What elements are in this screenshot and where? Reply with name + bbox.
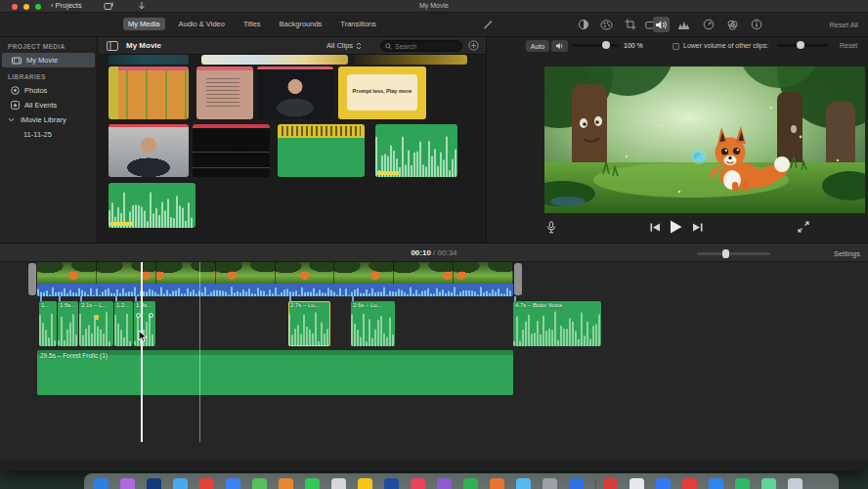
- dock-app-icon[interactable]: [761, 478, 776, 489]
- mute-speaker-button[interactable]: [551, 40, 568, 52]
- audio-clip-6[interactable]: 2.6s – Lu...: [351, 301, 395, 346]
- color-balance-icon[interactable]: [575, 17, 591, 32]
- dock-app-icon[interactable]: [656, 478, 671, 489]
- reset-all-button[interactable]: Reset All: [829, 21, 858, 29]
- dock-app-icon[interactable]: [331, 478, 346, 489]
- filter-circle-icon[interactable]: [468, 40, 479, 51]
- trim-handle-left[interactable]: [28, 263, 36, 295]
- dock-app-icon[interactable]: [173, 478, 188, 489]
- video-clip-filmstrip[interactable]: [37, 262, 513, 284]
- lower-volume-slider[interactable]: [777, 44, 828, 47]
- trim-handle-right[interactable]: [514, 263, 522, 295]
- thumbnail-audio[interactable]: [375, 124, 457, 177]
- thumbnail-audio-yellow-top[interactable]: [278, 124, 365, 177]
- dock-app-icon[interactable]: [437, 478, 452, 489]
- color-correction-icon[interactable]: [598, 17, 615, 32]
- enhance-magic-wand-icon[interactable]: [479, 17, 496, 32]
- thumbnail-partial[interactable]: [108, 55, 189, 65]
- fade-handle-icon[interactable]: [149, 313, 153, 318]
- close-window-button[interactable]: [12, 4, 18, 10]
- audio-clip-3[interactable]: 1.2...: [114, 301, 133, 346]
- dock-app-icon[interactable]: [305, 478, 320, 489]
- thumbnail-terminal-dark[interactable]: [193, 124, 270, 177]
- dock-app-icon[interactable]: [199, 478, 214, 489]
- audio-clip-7[interactable]: 4.7s – Bobo Voice: [513, 301, 601, 346]
- sidebar-item-all-events[interactable]: All Events: [0, 98, 97, 112]
- info-icon[interactable]: [748, 17, 764, 32]
- reset-button[interactable]: Reset: [840, 42, 857, 49]
- dock-app-icon[interactable]: [709, 478, 723, 489]
- chevron-down-icon[interactable]: [6, 117, 16, 122]
- dock-app-icon[interactable]: [603, 478, 618, 489]
- skip-back-icon[interactable]: [650, 223, 661, 232]
- play-button-icon[interactable]: [670, 220, 682, 234]
- minimize-window-button[interactable]: [23, 4, 29, 10]
- tab-backgrounds[interactable]: Backgrounds: [275, 18, 327, 30]
- dock-app-icon[interactable]: [516, 478, 531, 489]
- auto-volume-button[interactable]: Auto: [526, 40, 549, 52]
- color-filters-icon[interactable]: [724, 17, 741, 32]
- sidebar-toggle-icon[interactable]: [107, 41, 118, 51]
- search-field[interactable]: [380, 40, 462, 52]
- zoom-window-button[interactable]: [35, 4, 41, 10]
- voiceover-mic-icon[interactable]: [546, 221, 556, 234]
- thumbnail-webcam-light[interactable]: [108, 124, 189, 177]
- share-icon[interactable]: [104, 1, 114, 11]
- thumbnail-slide-yellow[interactable]: Prompt less, Play more: [338, 67, 426, 119]
- sidebar-item-my-movie[interactable]: My Movie: [2, 53, 95, 67]
- dock-app-icon[interactable]: [252, 478, 267, 489]
- sidebar-item-photos[interactable]: Photos: [0, 83, 97, 98]
- video-clip-audio-waveform[interactable]: [37, 284, 513, 296]
- audio-clip-1[interactable]: 1.5s...: [58, 301, 78, 346]
- thumbnail-screen-grid[interactable]: [108, 67, 189, 119]
- crop-icon[interactable]: [622, 17, 638, 32]
- search-input[interactable]: [395, 43, 454, 50]
- dock-app-icon[interactable]: [279, 478, 293, 489]
- keyframe-marker[interactable]: [95, 315, 99, 320]
- timeline-settings-button[interactable]: Settings: [834, 249, 860, 258]
- noise-reduction-icon[interactable]: [675, 17, 692, 32]
- playhead-line[interactable]: [141, 262, 143, 442]
- dock-app-icon[interactable]: [226, 478, 240, 489]
- clip-filter-dropdown[interactable]: All Clips: [326, 41, 362, 50]
- volume-icon[interactable]: [653, 17, 670, 32]
- dock-app-icon[interactable]: [147, 478, 161, 489]
- thumbnail-partial[interactable]: [201, 55, 348, 65]
- tab-titles[interactable]: Titles: [239, 18, 266, 30]
- thumbnail-document-tan[interactable]: [196, 67, 253, 119]
- audio-clip-5[interactable]: 2.7s – Lu...: [288, 301, 330, 346]
- dock-app-icon[interactable]: [629, 478, 644, 489]
- thumbnail-webcam-dark[interactable]: [257, 67, 333, 119]
- dock-app-icon[interactable]: [682, 478, 697, 489]
- audio-clip-2[interactable]: 2.1s – L...: [79, 301, 113, 346]
- skip-forward-icon[interactable]: [692, 223, 703, 232]
- dock-app-icon[interactable]: [120, 478, 135, 489]
- volume-slider[interactable]: [572, 44, 619, 47]
- dock-app-icon[interactable]: [490, 478, 504, 489]
- dock-app-icon[interactable]: [569, 478, 584, 489]
- background-music-clip[interactable]: 29.5s – Forest Frolic (1): [37, 350, 513, 395]
- dock-app-icon[interactable]: [735, 478, 750, 489]
- audio-clip-0[interactable]: 1...: [39, 301, 57, 346]
- dock-app-icon[interactable]: [358, 478, 372, 489]
- lower-volume-label: Lower volume of other clips:: [683, 42, 768, 49]
- dock-app-icon[interactable]: [788, 478, 803, 489]
- tab-audio-video[interactable]: Audio & Video: [174, 18, 230, 30]
- speed-icon[interactable]: [700, 17, 716, 32]
- dock-app-icon[interactable]: [542, 478, 557, 489]
- fullscreen-expand-icon[interactable]: [798, 221, 809, 233]
- lower-volume-checkbox[interactable]: [673, 43, 679, 50]
- thumbnail-partial[interactable]: [355, 55, 467, 65]
- projects-back-button[interactable]: ‹ Projects: [51, 1, 82, 10]
- thumbnail-audio[interactable]: [108, 183, 195, 228]
- dock-app-icon[interactable]: [384, 478, 399, 489]
- import-arrow-icon[interactable]: [138, 1, 146, 11]
- tab-transitions[interactable]: Transitions: [335, 18, 380, 30]
- sidebar-item-library-date[interactable]: 11-11-25: [0, 127, 97, 141]
- dock-app-icon[interactable]: [411, 478, 425, 489]
- dock-app-icon[interactable]: [463, 478, 478, 489]
- sidebar-item-imovie-library[interactable]: iMovie Library: [0, 112, 97, 127]
- timeline-zoom-slider[interactable]: [697, 252, 770, 255]
- dock-app-icon[interactable]: [94, 478, 108, 489]
- tab-my-media[interactable]: My Media: [123, 18, 165, 30]
